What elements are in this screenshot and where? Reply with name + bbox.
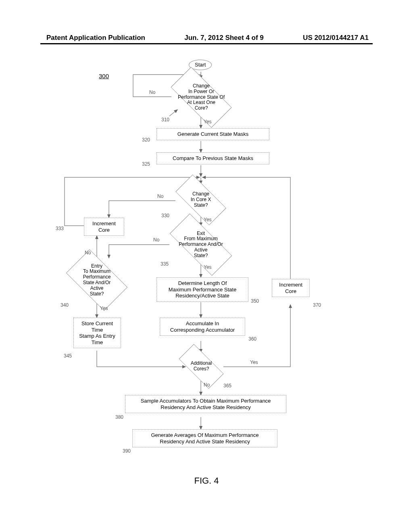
node-325: Compare To Previous State Masks (156, 152, 269, 164)
d310-no: No (149, 89, 155, 95)
ref-335: 335 (161, 261, 169, 267)
start-label: Start (195, 62, 206, 68)
d330-yes: Yes (204, 217, 212, 222)
r333-text: Increment Core (92, 220, 116, 233)
r345-text: Store Current Time Stamp As Entry Time (79, 320, 115, 345)
ref-325: 325 (142, 161, 150, 167)
node-390: Generate Averages Of Maximum Performance… (132, 429, 277, 447)
r320-text: Generate Current State Masks (177, 131, 248, 137)
ref-350: 350 (251, 298, 259, 304)
node-335: Exit From Maximum Performance And/Or Act… (169, 226, 232, 264)
d365-text: Additional Cores? (191, 361, 212, 372)
node-350: Determine Length Of Maximum Performance … (156, 277, 248, 302)
r360-text: Accumulate In Corresponding Accumulator (170, 320, 235, 333)
header-left: Patent Application Publication (46, 34, 145, 42)
d330-text: Change In Core X State? (191, 191, 211, 208)
node-330: Change In Core X State? (176, 184, 226, 216)
ref-380: 380 (115, 414, 123, 420)
figure-label: FIG. 4 (194, 476, 219, 486)
ref-365: 365 (223, 383, 232, 389)
header-center: Jun. 7, 2012 Sheet 4 of 9 (184, 34, 264, 42)
d335-text: Exit From Maximum Performance And/Or Act… (179, 231, 223, 259)
ref-333: 333 (56, 226, 64, 231)
header-right: US 2012/0144217 A1 (303, 34, 369, 42)
ref-340: 340 (60, 302, 69, 308)
d365-no: No (204, 382, 210, 388)
node-380: Sample Accumulators To Obtain Maximum Pe… (125, 395, 286, 413)
figure-area: 300 Start Change In Power Or Performance… (40, 56, 373, 476)
d340-yes: Yes (100, 305, 108, 311)
node-340: Entry To Maximum Performance State And/O… (69, 258, 125, 302)
r370-text: Increment Core (279, 282, 302, 294)
d340-text: Entry To Maximum Performance State And/O… (83, 264, 111, 297)
d335-no: No (153, 237, 159, 243)
node-310: Change In Power Or Performance State Of … (171, 78, 232, 116)
node-370: Increment Core (272, 279, 310, 297)
d310-text: Change In Power Or Performance State Of … (178, 83, 225, 111)
d310-yes: Yes (204, 119, 212, 125)
ref-330: 330 (161, 213, 169, 218)
ref-320: 320 (142, 137, 150, 143)
node-345: Store Current Time Stamp As Entry Time (73, 318, 121, 348)
node-360: Accumulate In Corresponding Accumulator (160, 318, 245, 336)
d365-yes: Yes (250, 360, 258, 365)
method-ref: 300 (99, 73, 109, 79)
node-333: Increment Core (84, 218, 124, 236)
r325-text: Compare To Previous State Masks (173, 155, 253, 162)
r350-text: Determine Length Of Maximum Performance … (169, 280, 236, 299)
r390-text: Generate Averages Of Maximum Performance… (151, 432, 259, 445)
ref-345: 345 (64, 353, 72, 359)
d340-no: No (85, 250, 91, 256)
ref-390: 390 (123, 448, 131, 454)
ref-370: 370 (313, 302, 321, 308)
header-divider (40, 43, 373, 44)
d335-yes: Yes (204, 264, 212, 270)
d330-no: No (157, 193, 163, 199)
node-365: Additional Cores? (179, 352, 223, 380)
node-320: Generate Current State Masks (156, 128, 269, 140)
ref-360: 360 (248, 336, 257, 342)
ref-310: 310 (161, 117, 169, 123)
r380-text: Sample Accumulators To Obtain Maximum Pe… (141, 398, 271, 410)
